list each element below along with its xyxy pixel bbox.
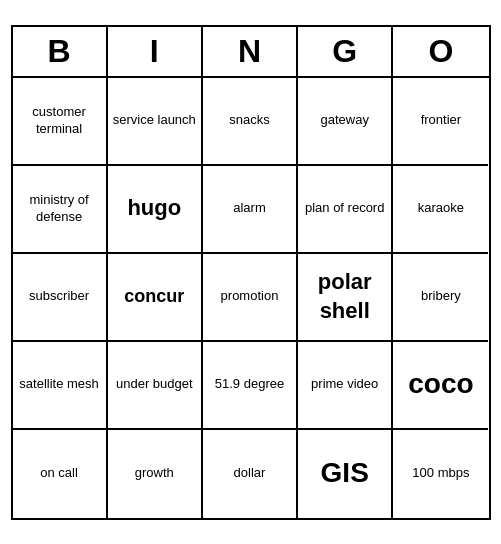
bingo-cell: concur xyxy=(108,254,203,342)
bingo-cell: snacks xyxy=(203,78,298,166)
bingo-cell: plan of record xyxy=(298,166,393,254)
bingo-cell: promotion xyxy=(203,254,298,342)
bingo-cell: under budget xyxy=(108,342,203,430)
bingo-letter: B xyxy=(13,27,108,76)
bingo-letter: G xyxy=(298,27,393,76)
bingo-letter: O xyxy=(393,27,488,76)
bingo-letter: I xyxy=(108,27,203,76)
bingo-cell: subscriber xyxy=(13,254,108,342)
bingo-cell: satellite mesh xyxy=(13,342,108,430)
bingo-cell: dollar xyxy=(203,430,298,518)
bingo-grid: customer terminalservice launchsnacksgat… xyxy=(13,78,489,518)
bingo-cell: alarm xyxy=(203,166,298,254)
bingo-cell: GIS xyxy=(298,430,393,518)
bingo-cell: on call xyxy=(13,430,108,518)
bingo-cell: customer terminal xyxy=(13,78,108,166)
bingo-cell: karaoke xyxy=(393,166,488,254)
bingo-card: BINGO customer terminalservice launchsna… xyxy=(11,25,491,520)
bingo-letter: N xyxy=(203,27,298,76)
bingo-cell: 51.9 degree xyxy=(203,342,298,430)
bingo-cell: prime video xyxy=(298,342,393,430)
bingo-cell: coco xyxy=(393,342,488,430)
bingo-cell: gateway xyxy=(298,78,393,166)
bingo-cell: frontier xyxy=(393,78,488,166)
bingo-cell: service launch xyxy=(108,78,203,166)
bingo-cell: ministry of defense xyxy=(13,166,108,254)
bingo-cell: 100 mbps xyxy=(393,430,488,518)
bingo-cell: hugo xyxy=(108,166,203,254)
bingo-cell: growth xyxy=(108,430,203,518)
bingo-cell: bribery xyxy=(393,254,488,342)
bingo-cell: polar shell xyxy=(298,254,393,342)
bingo-header: BINGO xyxy=(13,27,489,78)
